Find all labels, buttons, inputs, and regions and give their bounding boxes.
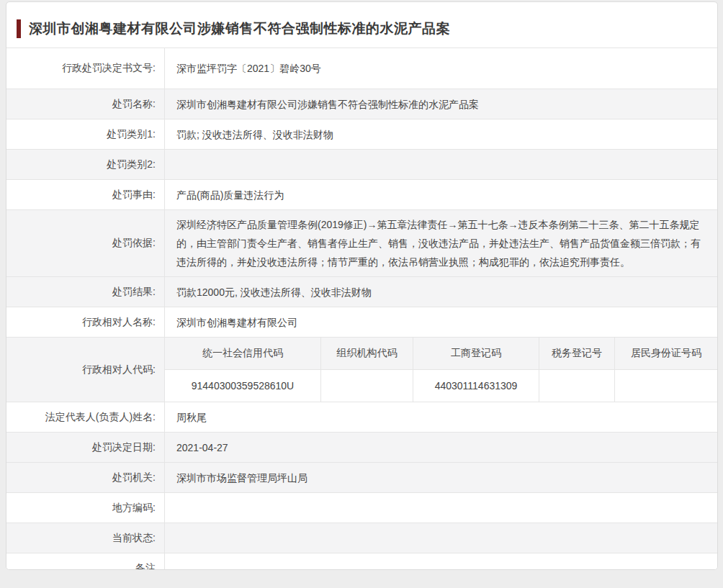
codes-column-header: 税务登记号 xyxy=(539,338,614,370)
codes-column-value xyxy=(539,370,614,402)
codes-column-header: 居民身份证号码 xyxy=(615,338,717,370)
row-label-penalty-decision-doc-number: 行政处罚决定书文号: xyxy=(6,48,165,89)
table-row-remarks: 备注 xyxy=(6,553,717,570)
row-label-penalty-decision-date: 处罚决定日期: xyxy=(6,433,165,462)
codes-column-value xyxy=(615,370,717,402)
row-value-remarks xyxy=(165,553,717,570)
codes-column: 居民身份证号码 xyxy=(615,338,717,402)
row-label-penalty-category-1: 处罚类别1: xyxy=(6,119,165,149)
row-label-counterpart-name: 行政相对人名称: xyxy=(6,307,165,337)
row-label-penalty-authority: 处罚机关: xyxy=(6,463,165,492)
table-row-penalty-basis: 处罚依据:深圳经济特区产品质量管理条例(2019修正)→第五章法律责任→第五十七… xyxy=(6,210,717,277)
codes-column-header: 组织机构代码 xyxy=(321,338,413,370)
codes-column-header: 工商登记码 xyxy=(413,338,539,370)
row-value-penalty-category-2 xyxy=(165,150,717,179)
table-row-current-status: 当前状态: xyxy=(6,523,717,553)
table-row-legal-representative-name: 法定代表人(负责人)姓名:周秋尾 xyxy=(6,402,717,433)
table-row-penalty-result: 处罚结果:罚款12000元, 没收违法所得、没收非法财物 xyxy=(6,277,717,307)
row-value-counterpart-name: 深圳市创湘粤建材有限公司 xyxy=(165,307,717,337)
row-value-penalty-decision-date: 2021-04-27 xyxy=(165,433,717,462)
table-row-penalty-category-2: 处罚类别2: xyxy=(6,150,717,180)
penalty-record-card: 深圳市创湘粤建材有限公司涉嫌销售不符合强制性标准的水泥产品案 行政处罚决定书文号… xyxy=(6,1,718,570)
row-label-current-status: 当前状态: xyxy=(6,523,165,553)
row-value-penalty-category-1: 罚款; 没收违法所得、没收非法财物 xyxy=(165,119,717,149)
table-row-penalty-name: 处罚名称:深圳市创湘粤建材有限公司涉嫌销售不符合强制性标准的水泥产品案 xyxy=(6,89,717,119)
table-row-penalty-decision-date: 处罚决定日期:2021-04-27 xyxy=(6,433,717,463)
codes-column: 税务登记号 xyxy=(539,338,615,402)
row-value-penalty-authority: 深圳市市场监督管理局坪山局 xyxy=(165,463,717,492)
row-label-local-code: 地方编码: xyxy=(6,493,165,523)
row-label-penalty-basis: 处罚依据: xyxy=(6,210,165,276)
codes-column-value: 440301114631309 xyxy=(413,370,539,402)
row-value-penalty-result: 罚款12000元, 没收违法所得、没收非法财物 xyxy=(165,277,717,307)
row-value-penalty-reason: 产品(商品)质量违法行为 xyxy=(165,180,717,209)
row-value-penalty-name: 深圳市创湘粤建材有限公司涉嫌销售不符合强制性标准的水泥产品案 xyxy=(165,89,717,119)
codes-column: 组织机构代码 xyxy=(321,338,413,402)
table-row-counterpart-name: 行政相对人名称:深圳市创湘粤建材有限公司 xyxy=(6,307,717,338)
row-label-legal-representative-name: 法定代表人(负责人)姓名: xyxy=(6,402,165,432)
entity-codes-subtable: 统一社会信用代码91440300359528610U组织机构代码工商登记码440… xyxy=(165,338,717,402)
row-label-penalty-category-2: 处罚类别2: xyxy=(6,150,165,179)
title-accent-bar xyxy=(17,19,21,38)
codes-column-header: 统一社会信用代码 xyxy=(165,338,320,370)
table-row-penalty-decision-doc-number: 行政处罚决定书文号:深市监坪罚字〔2021〕碧岭30号 xyxy=(6,48,717,89)
codes-column: 工商登记码440301114631309 xyxy=(413,338,539,402)
table-row-penalty-category-1: 处罚类别1:罚款; 没收违法所得、没收非法财物 xyxy=(6,119,717,150)
codes-column: 统一社会信用代码91440300359528610U xyxy=(165,338,321,402)
row-label-remarks: 备注 xyxy=(6,553,165,570)
codes-column-value: 91440300359528610U xyxy=(165,370,320,402)
codes-column-value xyxy=(321,370,413,402)
row-label-penalty-reason: 处罚事由: xyxy=(6,180,165,209)
row-label-counterpart-codes: 行政相对人代码: xyxy=(6,338,165,402)
row-value-penalty-decision-doc-number: 深市监坪罚字〔2021〕碧岭30号 xyxy=(165,48,717,89)
penalty-table: 行政处罚决定书文号:深市监坪罚字〔2021〕碧岭30号处罚名称:深圳市创湘粤建材… xyxy=(6,48,717,570)
table-row-penalty-reason: 处罚事由:产品(商品)质量违法行为 xyxy=(6,180,717,210)
row-label-penalty-result: 处罚结果: xyxy=(6,277,165,307)
row-label-penalty-name: 处罚名称: xyxy=(6,89,165,119)
row-value-penalty-basis: 深圳经济特区产品质量管理条例(2019修正)→第五章法律责任→第五十七条→违反本… xyxy=(165,210,717,276)
row-value-current-status xyxy=(165,523,717,553)
table-row-local-code: 地方编码: xyxy=(6,493,717,523)
table-row-penalty-authority: 处罚机关:深圳市市场监督管理局坪山局 xyxy=(6,463,717,493)
page-title: 深圳市创湘粤建材有限公司涉嫌销售不符合强制性标准的水泥产品案 xyxy=(29,19,450,38)
table-row-counterpart-codes: 行政相对人代码:统一社会信用代码91440300359528610U组织机构代码… xyxy=(6,338,717,402)
row-value-local-code xyxy=(165,493,717,523)
row-value-legal-representative-name: 周秋尾 xyxy=(165,402,717,432)
title-row: 深圳市创湘粤建材有限公司涉嫌销售不符合强制性标准的水泥产品案 xyxy=(6,2,717,48)
